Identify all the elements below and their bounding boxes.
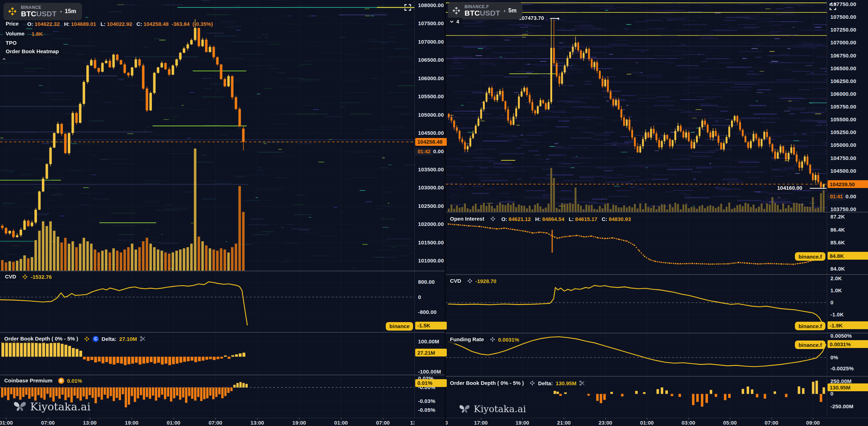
axis-price-label: 102500.00 [418, 203, 444, 209]
binance-futures-logo-icon [452, 6, 461, 15]
right-price-chart-canvas[interactable] [446, 0, 827, 212]
symbol-header-right[interactable]: BINANCE.F BTCUSDT • 5m [448, 2, 522, 20]
axis-price-label: 107250.00 [830, 27, 856, 33]
scissors-icon[interactable] [579, 381, 585, 386]
symbol-header-left[interactable]: BINANCE BTCUSDT • 15m [4, 3, 82, 20]
cvd-indicator-label[interactable]: CVD [2, 273, 19, 281]
price-axis-badge: 84.8K [828, 252, 868, 260]
axis-price-label: 0 [418, 294, 421, 300]
axis-price-label: 2.0K [830, 275, 842, 281]
pane-separator[interactable] [446, 376, 868, 377]
exchange-name: BINANCE.F [465, 4, 500, 9]
axis-price-label: 107000.00 [830, 39, 856, 45]
candle-countdown: 01:41 [828, 193, 845, 200]
open-interest-indicator-label[interactable]: Open Interest [447, 215, 487, 223]
fullscreen-icon [404, 4, 412, 11]
orderbook-heatmap-indicator-label[interactable]: Order Book Heatmap [3, 48, 62, 56]
axis-price-label: 86.4K [830, 227, 845, 233]
cvd-value: -1928.70 [476, 278, 496, 284]
axis-price-label: 0 [830, 391, 834, 397]
axis-price-label: 107500.00 [830, 14, 856, 20]
layers-dropdown[interactable]: 4 [446, 18, 462, 26]
funding-rate-indicator-label[interactable]: Funding Rate [447, 336, 487, 344]
axis-price-label: 107000.00 [418, 39, 444, 45]
left-price-chart-canvas[interactable] [0, 0, 414, 271]
pane-separator[interactable] [446, 212, 868, 212]
axis-price-label: -0.05% [418, 407, 435, 413]
time-label: 01:00 [334, 420, 348, 426]
interval-label[interactable]: 5m [509, 7, 517, 14]
fullscreen-button-right[interactable] [829, 3, 837, 12]
obd-indicator-label[interactable]: Order Book Depth ( 0% - 5% ) [1, 335, 81, 343]
coinbase-premium-indicator-label[interactable]: Coinbase Premium [1, 377, 55, 385]
axis-price-label: 104500.00 [418, 130, 444, 136]
pane-separator[interactable] [446, 333, 868, 333]
fullscreen-icon [829, 3, 837, 11]
time-label: 13:00 [83, 420, 97, 426]
symbol-pair: BTCUSDT [21, 10, 56, 18]
cvd-value: -1532.76 [31, 274, 52, 280]
axis-price-label: -0.0025% [830, 365, 854, 371]
pane-separator[interactable] [446, 274, 868, 275]
binance-futures-icon [490, 216, 496, 222]
legend-collapse-button[interactable] [1, 56, 7, 62]
price-change-pct: (-0.35%) [193, 21, 213, 27]
time-label: 13:00 [251, 420, 264, 426]
binance-futures-icon [529, 380, 535, 386]
low-price-ref-line [810, 188, 826, 189]
axis-price-label: 106500.00 [830, 65, 856, 71]
volume-indicator-label[interactable]: Volume [3, 30, 27, 38]
price-axis-badge: 104239.50 [828, 180, 868, 188]
butterfly-logo-icon [458, 404, 471, 414]
delta-key: Delta: [101, 336, 116, 342]
time-label: 07:00 [765, 420, 778, 426]
time-label: 17:00 [474, 420, 488, 426]
time-axis-right[interactable]: 15:0017:0019:0021:0023:0001:0003:0005:00… [446, 418, 868, 426]
time-label: 01:00 [0, 420, 13, 426]
exchange-name: BINANCE [21, 5, 56, 10]
bitcoin-icon: B [58, 378, 64, 384]
binance-futures-icon [467, 278, 473, 284]
pane-separator[interactable] [0, 271, 445, 271]
obd-indicator-label[interactable]: Order Book Depth ( 0% - 5% ) [447, 379, 527, 387]
pane-separator[interactable] [0, 332, 445, 333]
axis-price-label: 0.0050% [830, 333, 852, 339]
high-price-ref-line [550, 18, 558, 19]
right-axis-divider [827, 0, 827, 418]
price-legend-row: Price O:104622.32 H:104689.01 L:104022.9… [3, 20, 213, 28]
left-cvd-chart-canvas[interactable] [0, 271, 414, 332]
binance-futures-icon [490, 337, 495, 342]
delta-value: 130.95M [556, 380, 576, 386]
heatmap-legend-row: Order Book Heatmap [3, 48, 62, 56]
axis-price-label: 106250.00 [830, 78, 856, 84]
axis-price-label: -100.00M [418, 369, 441, 375]
panel-divider[interactable] [445, 0, 446, 426]
funding-rate-legend-row: Funding Rate 0.0031% [447, 336, 519, 344]
time-label: 07:00 [209, 420, 222, 426]
axis-price-label: -0.03% [418, 398, 435, 404]
axis-price-label: 87.2K [830, 214, 845, 220]
price-indicator-label[interactable]: Price [3, 20, 22, 28]
layers-count: 4 [456, 19, 459, 24]
source-pill: binance.f [795, 252, 825, 261]
price-axis-badge: 27.21M [415, 349, 447, 356]
time-label: 21:00 [557, 420, 571, 426]
time-label: 07:00 [41, 420, 55, 426]
fullscreen-button-left[interactable] [404, 4, 412, 13]
pane-separator[interactable] [0, 375, 445, 375]
tpo-indicator-label[interactable]: TPO [3, 39, 20, 47]
cvd-indicator-label[interactable]: CVD [447, 277, 464, 285]
time-label: 19:00 [292, 420, 306, 426]
time-label: 03:00 [682, 420, 695, 426]
symbol-pair: BTCUSDT [465, 9, 500, 17]
axis-price-label: 105500.00 [830, 116, 856, 122]
axis-price-label: 101500.00 [418, 239, 444, 245]
interval-label[interactable]: 15m [65, 8, 76, 15]
axis-price-label: 800.00 [418, 279, 435, 285]
high-price-ref-label: 107473.70 [519, 15, 544, 21]
axis-price-label: 103750.00 [830, 206, 856, 212]
time-axis-left[interactable]: 01:0007:0013:0019:0001:0007:0013:0019:00… [0, 418, 414, 426]
oi-ohlc: O:84621.12 H:84864.54 L:84615.17 C:84830… [499, 216, 631, 222]
scissors-icon[interactable] [140, 336, 146, 342]
right-cvd-chart-canvas[interactable] [446, 275, 827, 332]
